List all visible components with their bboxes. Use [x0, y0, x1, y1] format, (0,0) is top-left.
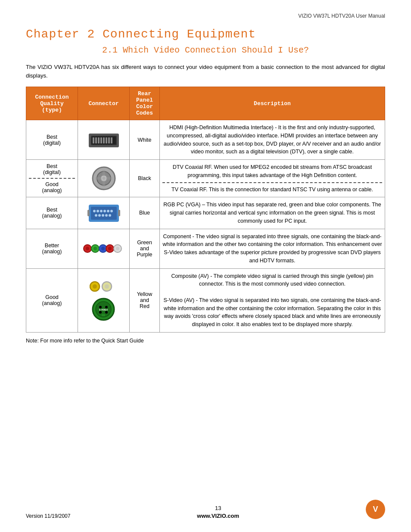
quality-cell-4: Better(analog) — [26, 229, 78, 268]
svg-point-20 — [100, 210, 103, 212]
svg-text:S-VIDEO: S-VIDEO — [99, 308, 108, 311]
desc-text-2-top: DTV Coaxial RF. When used for MPEG2 enco… — [173, 164, 372, 178]
connector-image-component — [81, 238, 127, 259]
footer-center: 13 www.VIZIO.com — [197, 505, 239, 519]
svg-point-42 — [93, 284, 97, 289]
svg-rect-51 — [102, 314, 105, 316]
color-cell-1: White — [130, 120, 160, 160]
table-row: Best(digital) — [26, 120, 385, 160]
quality-label-1: Best(digital) — [43, 134, 61, 146]
footer: Version 11/19/2007 13 www.VIZIO.com V — [26, 500, 385, 519]
svg-rect-9 — [108, 137, 110, 143]
col-header-description: Description — [160, 87, 385, 120]
connector-image-hdmi — [81, 129, 127, 151]
quality-label-4: Better(analog) — [42, 243, 62, 255]
dashed-divider — [29, 178, 75, 179]
page-number: 13 — [197, 505, 239, 511]
desc-cell-4: Component - The video signal is separate… — [160, 229, 385, 268]
website-url: www.VIZIO.com — [197, 513, 239, 519]
svg-point-26 — [102, 214, 104, 217]
desc-text-2-bottom: TV Coaxial RF. This is the connection fo… — [171, 187, 373, 193]
connector-cell-5: S-VIDEO — [78, 268, 130, 332]
svg-rect-7 — [103, 137, 105, 143]
table-row: Best(digital) Good(analog) — [26, 160, 385, 197]
svg-point-40 — [116, 247, 119, 250]
color-cell-3: Blue — [130, 197, 160, 229]
intro-paragraph: The VIZIO VW37L HDTV20A has six differen… — [26, 63, 385, 80]
svideo-connector-svg: S-VIDEO — [92, 298, 115, 321]
vga-connector-svg — [87, 201, 121, 225]
svg-point-38 — [108, 247, 112, 250]
svg-rect-17 — [91, 207, 117, 220]
connector-image-coax — [81, 165, 127, 191]
manual-title: VIZIO VW37L HDTV20A User Manual — [26, 13, 385, 19]
quality-label-5: Good(analog) — [42, 294, 62, 306]
color-label-5: YellowandRed — [137, 291, 153, 309]
desc-text-5-top: Composite (AV) - The complete video sign… — [171, 273, 373, 287]
vizio-logo: V — [366, 500, 385, 519]
version-label: Version 11/19/2007 — [26, 513, 70, 519]
svg-point-21 — [103, 210, 106, 212]
table-row: Better(analog) — [26, 229, 385, 268]
svg-rect-15 — [95, 177, 112, 180]
svg-point-49 — [99, 311, 102, 314]
quality-label-3: Best(analog) — [42, 207, 62, 219]
quality-label-2-bottom: Good(analog) — [42, 181, 62, 193]
page: VIZIO VW37L HDTV20A User Manual Chapter … — [0, 0, 411, 532]
desc-cell-5: Composite (AV) - The complete video sign… — [160, 268, 385, 332]
color-label-3: Blue — [139, 210, 150, 216]
desc-cell-1: HDMI (High-Definition Multimedia Interfa… — [160, 120, 385, 160]
svg-rect-5 — [98, 137, 100, 143]
color-cell-2: Black — [130, 160, 160, 197]
svg-point-50 — [105, 311, 108, 314]
connector-cell-4 — [78, 229, 130, 268]
col-header-connector: Connector — [78, 87, 130, 120]
svg-rect-4 — [95, 137, 97, 143]
coax-connector-svg — [91, 165, 117, 191]
quality-label-2-top: Best(digital) — [43, 163, 61, 175]
svg-point-36 — [101, 247, 105, 250]
table-row: Best(analog) — [26, 197, 385, 229]
svg-point-25 — [98, 214, 101, 217]
desc-text-5-bottom: S-Video (AV) - The video signal is separ… — [163, 297, 381, 327]
desc-cell-3: RGB PC (VGA) – This video input has sepa… — [160, 197, 385, 229]
composite-connector-svg — [90, 279, 118, 294]
svg-point-18 — [93, 210, 96, 212]
col-header-quality: ConnectionQuality (type) — [26, 87, 78, 120]
note-text: Note: For more info refer to the Quick S… — [26, 338, 385, 344]
connector-image-composite-svideo: S-VIDEO — [81, 279, 127, 321]
svg-point-19 — [97, 210, 99, 212]
connector-cell-2 — [78, 160, 130, 197]
section-title: 2.1 Which Video Connection Should I Use? — [26, 45, 385, 55]
quality-cell-2: Best(digital) Good(analog) — [26, 160, 78, 197]
col-header-color: RearPanelColorCodes — [130, 87, 160, 120]
connector-cell-3 — [78, 197, 130, 229]
table-row: Good(analog) — [26, 268, 385, 332]
svg-point-28 — [109, 214, 111, 217]
vizio-logo-letter: V — [373, 505, 378, 514]
svg-rect-6 — [100, 137, 102, 143]
color-label-4: GreenandPurple — [137, 240, 152, 258]
dashed-divider-desc — [162, 182, 382, 183]
svg-rect-8 — [106, 137, 107, 143]
svg-point-44 — [105, 284, 109, 289]
svg-point-23 — [110, 210, 113, 212]
table-header-row: ConnectionQuality (type) Connector RearP… — [26, 87, 385, 120]
svg-point-27 — [105, 214, 108, 217]
svg-rect-29 — [87, 210, 90, 216]
color-label-2: Black — [138, 175, 151, 181]
svg-rect-10 — [111, 137, 112, 143]
footer-version: Version 11/19/2007 — [26, 513, 70, 519]
desc-cell-2: DTV Coaxial RF. When used for MPEG2 enco… — [160, 160, 385, 197]
color-cell-4: GreenandPurple — [130, 229, 160, 268]
hdmi-connector-svg — [87, 129, 121, 151]
component-connector-svg — [83, 240, 124, 257]
connector-cell-1 — [78, 120, 130, 160]
color-label-1: White — [138, 137, 152, 143]
quality-cell-5: Good(analog) — [26, 268, 78, 332]
quality-cell-1: Best(digital) — [26, 120, 78, 160]
connector-image-vga — [81, 201, 127, 225]
svg-point-24 — [95, 214, 97, 217]
color-cell-5: YellowandRed — [130, 268, 160, 332]
svg-rect-30 — [118, 210, 120, 216]
